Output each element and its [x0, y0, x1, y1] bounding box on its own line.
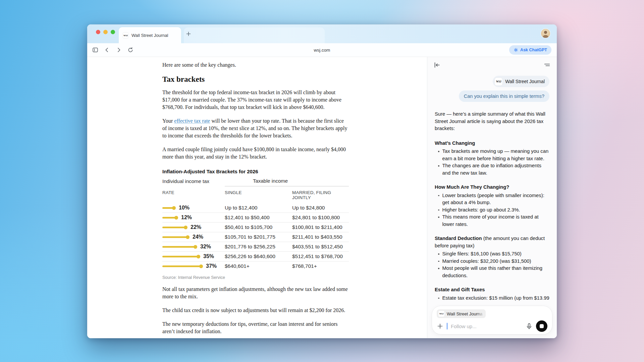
voice-mode-button[interactable]	[536, 320, 547, 332]
table-row: 35% $256,226 to $640,600 $512,451 to $76…	[162, 251, 349, 261]
married-range: $512,451 to $768,700	[292, 253, 349, 259]
new-tab-button[interactable]	[185, 31, 192, 37]
ask-chatgpt-button[interactable]: Ask ChatGPT	[509, 45, 551, 55]
bullet-dot-icon	[438, 195, 439, 196]
table-title: Inflation-Adjusted Tax Brackets for 2026	[162, 169, 349, 174]
married-range: $24,801 to $100,800	[292, 215, 349, 221]
assistant-section: Estate and Gift Taxes Estate tax exclusi…	[435, 286, 549, 302]
rate-value: 12%	[181, 215, 192, 221]
chevron-left-icon	[104, 47, 110, 53]
bullet-item: Higher brackets: go up about 2.3%.	[435, 206, 549, 214]
followup-input[interactable]: Follow up...	[451, 323, 477, 329]
bullet-item: Estate tax exclusion: $15 million (up fr…	[435, 295, 549, 302]
collapse-panel-button[interactable]	[433, 61, 441, 69]
single-range: $201,776 to $256,225	[225, 244, 292, 250]
section-heading: How Much Are They Changing?	[435, 184, 509, 190]
table-row: 24% $105,701 to $201,775 $211,401 to $40…	[162, 232, 349, 242]
user-message-bubble: Can you explain this in simple terms?	[459, 90, 549, 102]
minimize-window-button[interactable]	[103, 30, 108, 34]
address-bar[interactable]: wsj.com	[314, 48, 330, 53]
table-row: 37% $640,601+ $768,701+	[162, 261, 349, 271]
assistant-section: What’s Changing Tax brackets are moving …	[435, 140, 549, 177]
browser-window: WSJ Wall Street Journal	[87, 24, 557, 338]
composer-attachment-chip[interactable]: WSJ Wall Street Journa	[437, 309, 486, 318]
chevron-right-icon	[116, 47, 122, 53]
add-attachment-button[interactable]	[437, 323, 443, 329]
composer-input-row: Follow up...	[437, 320, 547, 332]
column-header-married: MARRIED, FILING JOINTLY	[292, 190, 349, 200]
bullet-item: Married couples: $32,200 (was $31,500)	[435, 258, 549, 265]
effective-tax-rate-link[interactable]: effective tax rate	[174, 118, 210, 124]
bullet-item: Most people will use this rather than it…	[435, 265, 549, 279]
rate-value: 32%	[200, 244, 211, 250]
browser-tab-wsj[interactable]: WSJ Wall Street Journal	[119, 27, 181, 43]
attachment-chip-wsj[interactable]: WSJ Wall Street Journal	[493, 76, 549, 87]
bullet-dot-icon	[438, 209, 439, 211]
stop-icon	[540, 324, 544, 328]
table-column-headers: RATE SINGLE MARRIED, FILING JOINTLY	[162, 187, 349, 203]
rate-value: 22%	[191, 224, 201, 230]
bullet-dot-icon	[438, 268, 439, 269]
table-source: Source: Internal Revenue Service	[162, 275, 349, 280]
panel-menu-button[interactable]	[543, 61, 551, 69]
married-range: $403,551 to $512,450	[292, 244, 349, 250]
attachment-chip-label: Wall Street Journal	[505, 79, 545, 84]
married-range: $100,801 to $211,400	[292, 224, 349, 230]
plus-icon	[186, 31, 191, 37]
married-range: $768,701+	[292, 263, 349, 269]
tax-bracket-table: Inflation-Adjusted Tax Brackets for 2026…	[162, 169, 349, 280]
dictate-button[interactable]	[526, 323, 533, 330]
married-range: Up to $24,800	[292, 205, 349, 211]
rate-bar	[162, 225, 187, 229]
assistant-message: Sure — here’s a simple summary of what t…	[435, 111, 549, 302]
text-cursor	[447, 323, 447, 329]
chat-composer: WSJ Wall Street Journa Follow up...	[432, 306, 552, 334]
sidebar-panel-icon	[92, 47, 98, 53]
collapse-left-icon	[433, 61, 441, 69]
microphone-icon	[526, 323, 533, 330]
section-heading: Estate and Gift Taxes	[435, 287, 485, 292]
rate-value: 35%	[203, 253, 214, 259]
assistant-section: How Much Are They Changing? Lower bracke…	[435, 184, 549, 228]
rate-value: 24%	[193, 234, 203, 240]
rate-value: 10%	[179, 205, 190, 211]
paragraph-text: Your	[162, 118, 174, 124]
tab-strip-highlight	[184, 27, 325, 43]
toolbar: wsj.com Ask ChatGPT	[87, 43, 557, 57]
article-paragraph: Not all tax parameters get inflation adj…	[162, 286, 349, 300]
sidebar-toggle-button[interactable]	[92, 47, 99, 53]
bullet-dot-icon	[438, 165, 439, 167]
table-row: 12% $12,401 to $50,400 $24,801 to $100,8…	[162, 213, 349, 222]
single-range: $640,601+	[225, 263, 292, 269]
zoom-window-button[interactable]	[111, 30, 115, 34]
forward-button[interactable]	[115, 47, 122, 53]
table-row: 22% $50,401 to $105,700 $100,801 to $211…	[162, 222, 349, 232]
bullet-dot-icon	[438, 217, 439, 218]
married-range: $211,401 to $403,550	[292, 234, 349, 240]
bullet-item: Lower brackets (people with smaller inco…	[435, 192, 549, 206]
bullet-dot-icon	[438, 151, 439, 152]
desktop-background: WSJ Wall Street Journal	[0, 0, 644, 362]
menu-lines-icon	[543, 61, 551, 69]
article-paragraph: A married couple filing jointly could ha…	[162, 146, 349, 161]
reload-button[interactable]	[127, 47, 134, 53]
close-window-button[interactable]	[96, 30, 100, 34]
chatgpt-sidebar: WSJ Wall Street Journal Can you explain …	[427, 57, 557, 338]
bullet-item: Single filers: $16,100 (was $15,750)	[435, 250, 549, 258]
table-row: 32% $201,776 to $256,225 $403,551 to $51…	[162, 242, 349, 251]
section-heading: What’s Changing	[435, 140, 475, 146]
chat-messages: WSJ Wall Street Journal Can you explain …	[427, 76, 557, 305]
profile-avatar[interactable]	[541, 29, 550, 38]
single-range: $12,401 to $50,400	[225, 215, 292, 221]
assistant-section: Standard Deduction (the amount you can d…	[435, 235, 549, 279]
content-area: Here are some of the key changes. Tax br…	[87, 57, 557, 338]
article-pane: Here are some of the key changes. Tax br…	[87, 57, 427, 338]
bullet-item: This means more of your income is taxed …	[435, 214, 549, 228]
url-text: wsj.com	[314, 48, 330, 53]
back-button[interactable]	[104, 47, 110, 53]
chip-fade	[477, 309, 486, 318]
table-group-header: Individual income tax Taxable income	[162, 178, 349, 186]
rate-bar	[162, 216, 178, 220]
single-range: $105,701 to $201,775	[225, 234, 292, 240]
article-paragraph: The threshold for the top federal income…	[162, 89, 349, 111]
